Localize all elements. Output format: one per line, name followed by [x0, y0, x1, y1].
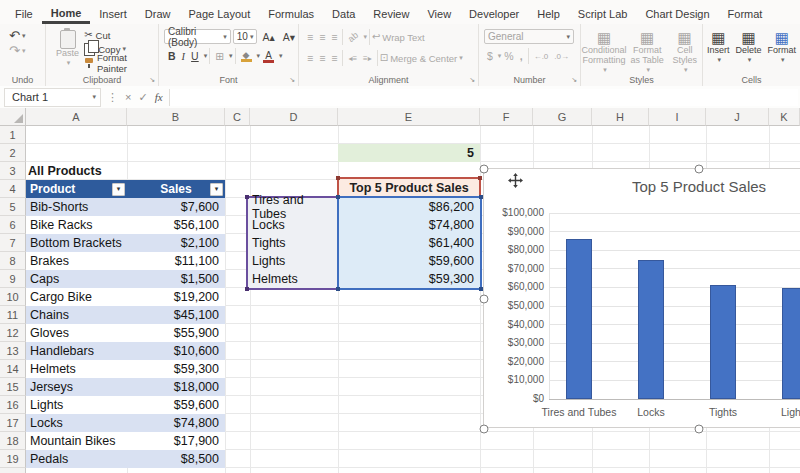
select-all-corner[interactable] [0, 108, 26, 126]
table-row[interactable]: Bike Racks$56,100 [26, 216, 225, 234]
sales-cell[interactable]: $19,200 [127, 288, 225, 306]
sales-cell[interactable]: $2,100 [127, 234, 225, 252]
fill-color-button[interactable]: ◆ [238, 50, 255, 62]
chart-resize-handle[interactable] [480, 295, 489, 304]
row-header-10[interactable]: 10 [0, 288, 26, 306]
row-header-17[interactable]: 17 [0, 414, 26, 432]
borders-button[interactable]: ⊞ [212, 50, 227, 62]
sales-cell[interactable]: $55,900 [127, 324, 225, 342]
sales-cell[interactable]: $45,100 [127, 306, 225, 324]
tab-developer[interactable]: Developer [460, 4, 528, 24]
decrease-indent-button[interactable]: ◂≡ [345, 54, 360, 63]
row-header-16[interactable]: 16 [0, 396, 26, 414]
chart-bar[interactable] [782, 288, 800, 399]
top5-names-range[interactable]: Tires and TubesLocksTightsLightsHelmets [246, 196, 339, 290]
tab-format[interactable]: Format [719, 4, 772, 24]
tab-data[interactable]: Data [323, 4, 364, 24]
product-cell[interactable]: Lights [26, 396, 127, 414]
sales-cell[interactable]: $56,100 [127, 216, 225, 234]
cancel-icon[interactable]: × [125, 91, 131, 103]
sales-cell[interactable]: $1,500 [127, 270, 225, 288]
column-header-K[interactable]: K [769, 108, 800, 126]
row-header-3[interactable]: 3 [0, 162, 26, 180]
sales-cell[interactable]: $74,800 [127, 414, 225, 432]
enter-icon[interactable]: ✓ [138, 91, 147, 104]
font-size-combo[interactable]: 10▾ [233, 29, 258, 44]
column-header-D[interactable]: D [250, 108, 338, 126]
wrap-text-button[interactable]: ↩Wrap Text [372, 32, 425, 43]
sales-column-header[interactable]: Sales▾ [127, 180, 225, 198]
italic-button[interactable]: I [179, 51, 189, 62]
table-row[interactable]: Handlebars$10,600 [26, 342, 225, 360]
sales-cell[interactable]: $11,100 [127, 252, 225, 270]
top5-name-cell[interactable]: Tights [248, 234, 337, 252]
accounting-format-button[interactable]: $ [484, 50, 496, 62]
product-cell[interactable]: Chains [26, 306, 127, 324]
format-cells-button[interactable]: ▦Format▾ [765, 28, 798, 66]
product-cell[interactable]: Mountain Bikes [26, 432, 127, 450]
delete-cells-button[interactable]: ▦Delete▾ [733, 28, 763, 66]
bold-button[interactable]: B [165, 50, 179, 62]
all-products-label-cell[interactable]: All Products [28, 162, 188, 180]
sales-cell[interactable]: $59,600 [127, 396, 225, 414]
tab-formulas[interactable]: Formulas [259, 4, 323, 24]
filter-icon[interactable]: ▾ [210, 183, 223, 196]
product-cell[interactable]: Handlebars [26, 342, 127, 360]
table-row[interactable]: Mountain Bikes$17,900 [26, 432, 225, 450]
product-cell[interactable]: Bib-Shorts [26, 198, 127, 216]
comma-style-button[interactable]: , [517, 50, 526, 62]
tab-help[interactable]: Help [528, 4, 569, 24]
product-cell[interactable]: Caps [26, 270, 127, 288]
column-header-C[interactable]: C [225, 108, 250, 126]
row-header-2[interactable]: 2 [0, 144, 26, 162]
product-cell[interactable]: Bottom Brackets [26, 234, 127, 252]
table-row[interactable]: Helmets$59,300 [26, 360, 225, 378]
column-header-I[interactable]: I [649, 108, 706, 126]
clipboard-dialog-launcher[interactable]: ↘ [149, 76, 155, 84]
orientation-button[interactable]: ab [344, 28, 363, 46]
column-header-A[interactable]: A [26, 108, 127, 126]
align-right-button[interactable]: ≡ [328, 52, 340, 64]
table-row[interactable]: Brakes$11,100 [26, 252, 225, 270]
insert-function-icon[interactable]: fx [155, 91, 163, 103]
merge-center-button[interactable]: ⊡Merge & Center▾ [380, 53, 463, 64]
chart-bar[interactable] [638, 260, 664, 399]
shrink-font-button[interactable]: A▾ [280, 31, 298, 43]
font-name-combo[interactable]: Calibri (Body)▾ [164, 29, 231, 44]
row-header-9[interactable]: 9 [0, 270, 26, 288]
top-n-input-cell[interactable]: 5 [338, 144, 480, 162]
column-header-F[interactable]: F [480, 108, 533, 126]
top5-value-cell[interactable]: $59,600 [339, 252, 480, 270]
column-header-E[interactable]: E [338, 108, 480, 126]
number-dialog-launcher[interactable]: ↘ [571, 76, 577, 84]
range-handle[interactable] [336, 195, 340, 199]
align-center-button[interactable]: ≡ [316, 52, 328, 64]
paste-button[interactable]: Paste ▾ [51, 28, 84, 70]
insert-cells-button[interactable]: ▦Insert▾ [705, 28, 732, 66]
top5-name-cell[interactable]: Lights [248, 252, 337, 270]
sales-cell[interactable]: $18,000 [127, 378, 225, 396]
row-header-4[interactable]: 4 [0, 180, 26, 198]
product-cell[interactable]: Helmets [26, 360, 127, 378]
name-box[interactable]: Chart 1▾ [4, 88, 101, 107]
grow-font-button[interactable]: A▴ [259, 31, 277, 43]
product-cell[interactable]: Pedals [26, 450, 127, 468]
table-row[interactable]: Gloves$55,900 [26, 324, 225, 342]
product-cell[interactable]: Gloves [26, 324, 127, 342]
product-column-header[interactable]: Product▾ [26, 180, 127, 198]
increase-decimal-button[interactable]: ←.0 [531, 52, 552, 61]
percent-style-button[interactable]: % [501, 50, 516, 62]
chart-bar[interactable] [710, 285, 736, 399]
table-row[interactable]: Bib-Shorts$7,600 [26, 198, 225, 216]
undo-button[interactable]: ↶▾ [6, 28, 45, 43]
row-header-18[interactable]: 18 [0, 432, 26, 450]
redo-button[interactable]: ↷▾ [6, 43, 45, 58]
top5-values-range[interactable]: $86,200$74,800$61,400$59,600$59,300 [337, 196, 482, 290]
row-header-6[interactable]: 6 [0, 216, 26, 234]
decrease-decimal-button[interactable]: .0→ [551, 52, 572, 61]
row-header-20[interactable]: 20 [0, 468, 26, 473]
top5-value-cell[interactable]: $86,200 [339, 198, 480, 216]
filter-icon[interactable]: ▾ [112, 183, 125, 196]
tab-review[interactable]: Review [364, 4, 418, 24]
top5-name-cell[interactable]: Tires and Tubes [248, 198, 337, 216]
